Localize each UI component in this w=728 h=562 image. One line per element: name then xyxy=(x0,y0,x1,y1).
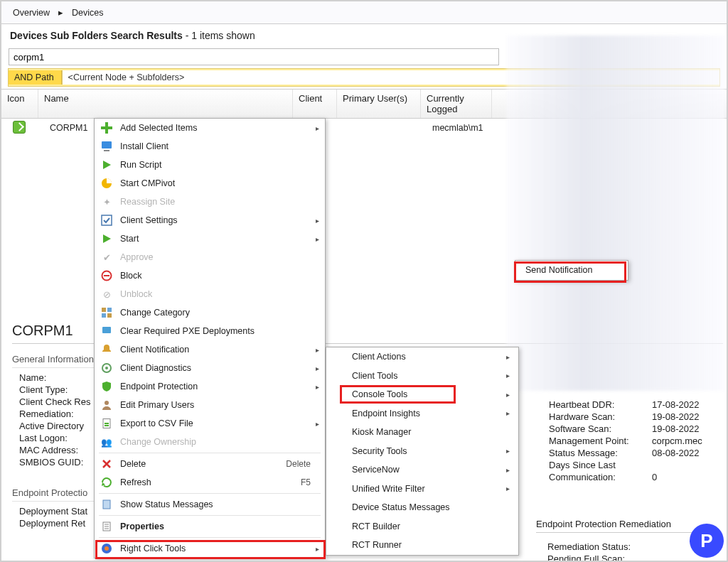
smi-send-notification[interactable]: Send Notification xyxy=(515,261,628,280)
smi-servicenow[interactable]: ServiceNow xyxy=(326,460,518,480)
mi-edit-primary-users[interactable]: Edit Primary Users xyxy=(95,396,325,414)
smi-uwf[interactable]: Unified Write Filter xyxy=(326,480,518,499)
blurred-panel xyxy=(506,36,725,391)
unblock-icon: ⊘ xyxy=(99,286,114,302)
results-count: 1 items shown xyxy=(191,30,255,41)
mi-client-settings[interactable]: Client Settings xyxy=(95,211,325,229)
category-icon xyxy=(99,305,114,320)
cell-logged: mecmlab\m1 xyxy=(427,123,498,133)
submenu-rct[interactable]: Client Actions Client Tools Console Tool… xyxy=(326,347,519,556)
svg-rect-9 xyxy=(107,313,112,318)
export-icon xyxy=(99,416,114,431)
th-logged[interactable]: Currently Logged xyxy=(421,90,492,118)
svg-rect-10 xyxy=(102,327,111,333)
bell-icon xyxy=(99,342,114,357)
mi-change-category[interactable]: Change Category xyxy=(95,303,325,322)
th-icon[interactable]: Icon xyxy=(1,90,38,118)
smi-client-actions[interactable]: Client Actions xyxy=(326,347,518,367)
smi-endpoint-insights[interactable]: Endpoint Insights xyxy=(326,404,518,423)
mi-refresh[interactable]: RefreshF5 xyxy=(95,473,325,492)
mi-reassign-site: ✦Reassign Site xyxy=(95,193,325,211)
svg-rect-8 xyxy=(102,313,106,318)
search-input[interactable] xyxy=(9,48,499,65)
mi-block[interactable]: Block xyxy=(95,266,325,285)
svg-point-12 xyxy=(105,367,108,369)
results-title: Devices Sub Folders Search Results xyxy=(10,30,183,41)
delete-icon xyxy=(99,456,114,472)
mi-export-csv[interactable]: Export to CSV File xyxy=(95,414,325,433)
smi-console-tools[interactable]: Console Tools xyxy=(326,385,518,404)
svg-rect-15 xyxy=(103,500,110,509)
smi-device-status[interactable]: Device Status Messages xyxy=(326,498,518,517)
smi-kiosk[interactable]: Kiosk Manager xyxy=(326,423,518,442)
mi-install-client[interactable]: Install Client xyxy=(95,137,325,156)
breadcrumb[interactable]: Overview ▸ Devices xyxy=(1,1,727,24)
plus-icon xyxy=(99,120,114,136)
approve-icon: ✔ xyxy=(99,249,114,265)
mi-client-diagnostics[interactable]: Client Diagnostics xyxy=(95,359,325,377)
mi-show-status[interactable]: Show Status Messages xyxy=(95,495,325,514)
device-ok-icon xyxy=(13,121,26,134)
mi-change-ownership: 👥Change Ownership xyxy=(95,433,325,451)
filter-combo[interactable]: AND Path xyxy=(9,70,62,85)
install-icon xyxy=(99,139,114,154)
mi-unblock: ⊘Unblock xyxy=(95,285,325,303)
smi-security-tools[interactable]: Security Tools xyxy=(326,442,518,461)
smi-rct-builder[interactable]: RCT Builder xyxy=(326,517,518,536)
properties-icon xyxy=(99,519,114,534)
svg-rect-3 xyxy=(102,215,112,225)
block-icon xyxy=(99,268,114,283)
smi-client-tools[interactable]: Client Tools xyxy=(326,367,518,386)
watermark-logo: P xyxy=(690,524,724,558)
mi-clear-pxe[interactable]: Clear Required PXE Deployments xyxy=(95,322,325,340)
play-icon xyxy=(99,157,114,173)
mi-start[interactable]: Start xyxy=(95,229,325,248)
th-name[interactable]: Name xyxy=(38,90,293,118)
rct-icon xyxy=(99,541,114,556)
svg-point-13 xyxy=(105,401,109,405)
th-client[interactable]: Client xyxy=(293,90,337,118)
mi-run-script[interactable]: Run Script xyxy=(95,156,325,174)
play-green-icon xyxy=(99,231,114,247)
smi-rct-runner[interactable]: RCT Runner xyxy=(326,536,518,555)
svg-rect-0 xyxy=(102,141,112,148)
checkbox-icon xyxy=(99,212,114,228)
mi-cmpivot[interactable]: Start CMPivot xyxy=(95,174,325,193)
svg-rect-1 xyxy=(104,150,109,151)
mi-properties[interactable]: Properties xyxy=(95,517,325,536)
user-icon xyxy=(99,397,114,413)
mi-approve: ✔Approve xyxy=(95,248,325,266)
section-ep-remediation: Endpoint Protection Remediation xyxy=(536,519,714,533)
ep-remediation-body: Remediation Status: Pending Full Scan: xyxy=(536,541,714,562)
ownership-icon: 👥 xyxy=(99,434,114,450)
refresh-icon xyxy=(99,475,114,490)
shield-icon xyxy=(99,379,114,394)
diagnostics-icon xyxy=(99,360,114,376)
svg-rect-7 xyxy=(107,308,112,312)
chevron-right-icon: ▸ xyxy=(58,7,63,18)
mi-client-notification[interactable]: Client Notification xyxy=(95,340,325,359)
svg-point-18 xyxy=(105,546,109,551)
status-icon xyxy=(99,497,114,512)
svg-rect-5 xyxy=(104,275,109,276)
mi-endpoint-protection[interactable]: Endpoint Protection xyxy=(95,377,325,396)
reassign-icon: ✦ xyxy=(99,194,114,210)
mi-add-selected[interactable]: Add Selected Items xyxy=(95,119,325,137)
svg-rect-6 xyxy=(102,308,106,312)
mi-delete[interactable]: DeleteDelete xyxy=(95,455,325,473)
right-details: Heartbeat DDR:17-08-2022 Hardware Scan:1… xyxy=(549,399,719,484)
submenu-console-tools[interactable]: Send Notification xyxy=(515,260,628,281)
pxe-icon xyxy=(99,323,114,339)
context-menu[interactable]: Add Selected Items Install Client Run Sc… xyxy=(94,118,326,558)
mi-right-click-tools[interactable]: Right Click Tools xyxy=(95,539,325,558)
th-primary[interactable]: Primary User(s) xyxy=(337,90,421,118)
cmpivot-icon xyxy=(99,175,114,191)
breadcrumb-devices[interactable]: Devices xyxy=(72,8,103,18)
breadcrumb-overview[interactable]: Overview xyxy=(13,8,50,18)
